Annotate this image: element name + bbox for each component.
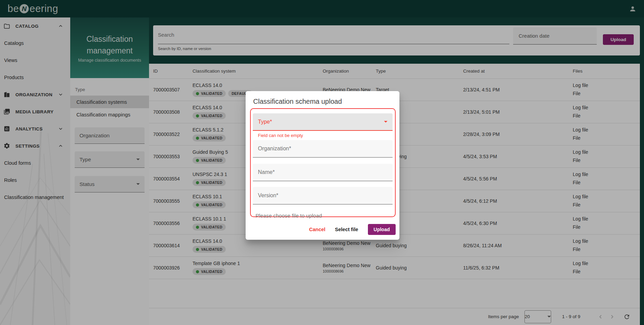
upload-modal: Classification schema upload Type* Field… bbox=[246, 91, 399, 240]
modal-version-input[interactable]: Version* bbox=[253, 187, 393, 204]
select-file-button[interactable]: Select file bbox=[335, 227, 358, 232]
modal-actions: Cancel Select file Upload bbox=[250, 224, 396, 235]
modal-type-select[interactable]: Type* bbox=[253, 113, 393, 131]
modal-title: Classification schema upload bbox=[253, 97, 396, 105]
type-error-message: Field can not be empty bbox=[258, 133, 393, 138]
file-upload-hint: Please choose file to upload bbox=[256, 213, 393, 219]
modal-organization-input[interactable]: Organization* bbox=[253, 140, 393, 158]
modal-upload-button[interactable]: Upload bbox=[368, 224, 396, 235]
modal-name-input[interactable]: Name* bbox=[253, 164, 393, 181]
cancel-button[interactable]: Cancel bbox=[309, 227, 325, 232]
validation-error-outline: Type* Field can not be empty Organizatio… bbox=[250, 108, 396, 217]
dropdown-caret-icon bbox=[384, 121, 387, 123]
